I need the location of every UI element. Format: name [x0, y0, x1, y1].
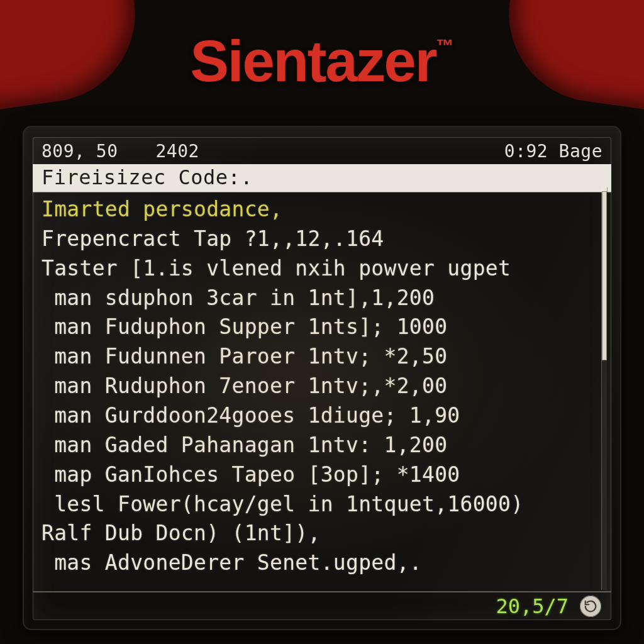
- content-line[interactable]: man Fudunnen Paroer 1ntv; *2,50: [42, 342, 602, 372]
- device-body: Sientazer™ 809, 50 2402 0:92 Bage Fireis…: [0, 0, 644, 644]
- page-indicator: 20,5/7: [496, 594, 569, 618]
- content-line[interactable]: Frepencract Tap ?1,,12,.164: [42, 225, 602, 254]
- content-line[interactable]: Ralf Dub Docn) (1nt]),: [42, 519, 602, 548]
- content-area: Imarted persodance,Frepencract Tap ?1,,1…: [33, 192, 611, 578]
- titlebar: 809, 50 2402 0:92 Bage: [33, 137, 611, 164]
- content-line[interactable]: lesl Fower(hcay/gel in 1ntquet,16000): [42, 490, 602, 519]
- screen: 809, 50 2402 0:92 Bage Fireisizec Code:.…: [33, 137, 611, 620]
- titlebar-right: 0:92 Bage: [504, 141, 602, 162]
- statusbar: 20,5/7: [33, 591, 611, 620]
- brand-name: Sientazer: [190, 29, 436, 93]
- scrollbar[interactable]: [601, 187, 608, 590]
- titlebar-left: 809, 50: [42, 141, 118, 162]
- content-line[interactable]: Taster [1.is vlened nxih powver ugpet: [42, 254, 602, 284]
- refresh-icon[interactable]: [580, 596, 601, 617]
- brand-logo: Sientazer™: [0, 28, 644, 94]
- content-line[interactable]: man Gurddoon24gooes 1diuge; 1,90: [42, 401, 602, 431]
- content-line[interactable]: mas AdvoneDerer Senet.ugped,.: [42, 548, 602, 578]
- brand-tm: ™: [436, 36, 454, 55]
- content-line[interactable]: man Fuduphon Supper 1nts]; 1000: [42, 313, 602, 342]
- selected-row-label: Fireisizec Code:.: [42, 165, 253, 189]
- titlebar-center: 2402: [156, 141, 199, 162]
- content-line[interactable]: man Ruduphon 7enoer 1ntv;,*2,00: [42, 372, 602, 401]
- screen-bezel: 809, 50 2402 0:92 Bage Fireisizec Code:.…: [23, 126, 621, 630]
- content-line[interactable]: map GanIohces Tapeo [3op]; *1400: [42, 460, 602, 490]
- content-line[interactable]: man sduphon 3car in 1nt],1,200: [42, 284, 602, 313]
- selected-row[interactable]: Fireisizec Code:.: [33, 164, 611, 192]
- scrollbar-thumb[interactable]: [602, 191, 607, 360]
- content-line[interactable]: Imarted persodance,: [42, 195, 602, 225]
- content-line[interactable]: man Gaded Pahanagan 1ntv: 1,200: [42, 431, 602, 460]
